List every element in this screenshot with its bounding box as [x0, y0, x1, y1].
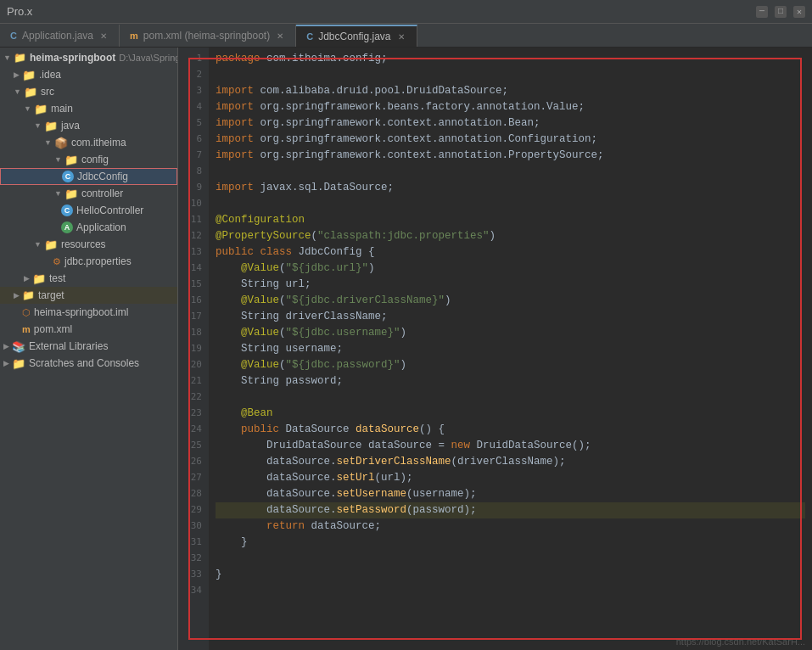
sidebar-item-test[interactable]: ▶ 📁 test: [0, 270, 177, 287]
token: DruidDataSource dataSource =: [216, 438, 451, 454]
token: Bean: [508, 115, 534, 132]
sidebar-item-idea[interactable]: ▶ 📁 .idea: [0, 66, 177, 83]
sidebar-item-application[interactable]: A Application: [0, 219, 177, 236]
token: class: [260, 244, 293, 261]
token: dataSource.: [216, 502, 337, 518]
controller-folder-icon: 📁: [64, 188, 78, 200]
line-number-33: 33: [178, 567, 202, 583]
line-number-23: 23: [178, 406, 202, 422]
token: String url;: [216, 277, 311, 293]
sidebar-project-path: D:\Java\Spring: [119, 53, 178, 63]
token: import: [216, 132, 254, 148]
sidebar-item-target[interactable]: ▶ 📁 target: [0, 287, 177, 304]
line-number-34: 34: [178, 583, 202, 599]
sidebar-item-com-itheima[interactable]: ▼ 📦 com.itheima: [0, 134, 177, 151]
collapse-icon: ▼: [3, 53, 11, 62]
expand-ext-icon: ▶: [3, 342, 9, 350]
sidebar-item-jdbc-properties[interactable]: ⚙ jdbc.properties: [0, 253, 177, 270]
token: (: [279, 325, 286, 341]
line-number-21: 21: [178, 373, 202, 389]
code-content[interactable]: package com.itheima.config; import com.a…: [209, 48, 812, 650]
tab-application-java-close[interactable]: ✕: [98, 31, 109, 42]
tab-application-java[interactable]: C Application.java ✕: [0, 25, 120, 47]
expand-src-icon: ▼: [14, 87, 21, 96]
maximize-button[interactable]: □: [775, 6, 787, 18]
code-line-7: import org.springframework.context.annot…: [216, 148, 805, 164]
code-line-3: import com.alibaba.druid.pool.DruidDataS…: [216, 83, 805, 99]
sidebar-item-config[interactable]: ▼ 📁 config: [0, 151, 177, 168]
tab-jdbcconfig-java[interactable]: C JdbcConfig.java ✕: [296, 25, 417, 47]
sidebar-item-scratches[interactable]: ▶ 📁 Scratches and Consoles: [0, 355, 177, 372]
token: [216, 422, 241, 438]
folder-icon: 📁: [22, 69, 36, 81]
line-number-22: 22: [178, 389, 202, 406]
code-line-5: import org.springframework.context.annot…: [216, 115, 805, 132]
sidebar-target-label: target: [38, 289, 64, 301]
properties-file-icon: ⚙: [53, 256, 61, 267]
line-number-24: 24: [178, 422, 202, 438]
token: "${jdbc.driverClassName}": [286, 293, 445, 309]
code-line-14: @Value("${jdbc.url}"): [216, 261, 805, 277]
token: Value: [546, 99, 579, 115]
sidebar-item-controller[interactable]: ▼ 📁 controller: [0, 185, 177, 202]
xml-file-icon: m: [130, 31, 138, 41]
minimize-button[interactable]: ─: [756, 6, 768, 18]
sidebar-iml-label: heima-springboot.iml: [34, 306, 128, 318]
sidebar-item-main[interactable]: ▼ 📁 main: [0, 100, 177, 117]
sidebar-item-external-libraries[interactable]: ▶ 📚 External Libraries: [0, 338, 177, 355]
token: "${jdbc.url}": [286, 261, 369, 277]
line-number-12: 12: [178, 228, 202, 244]
sidebar-item-jdbcconfig[interactable]: C JdbcConfig: [0, 168, 177, 185]
token: import: [216, 148, 254, 164]
code-line-11: @Configuration: [216, 212, 805, 228]
sidebar-hellocontroller-label: HelloController: [76, 205, 143, 216]
code-line-32: [216, 551, 805, 567]
project-folder-icon: 📁: [14, 52, 26, 64]
token: [254, 244, 260, 261]
sidebar-item-resources[interactable]: ▼ 📁 resources: [0, 236, 177, 253]
sidebar-item-pom[interactable]: m pom.xml: [0, 321, 177, 338]
code-line-28: dataSource.setUsername(username);: [216, 486, 805, 502]
expand-controller-icon: ▼: [54, 189, 62, 198]
sidebar-item-java[interactable]: ▼ 📁 java: [0, 117, 177, 134]
java-file-icon: C: [10, 31, 17, 41]
sidebar-project-name: heima-springboot: [30, 52, 115, 64]
pom-file-icon: m: [22, 324, 31, 334]
sidebar-item-iml[interactable]: ⬡ heima-springboot.iml: [0, 304, 177, 321]
close-button[interactable]: ✕: [793, 6, 805, 18]
sidebar-item-src[interactable]: ▼ 📁 src: [0, 83, 177, 100]
line-number-8: 8: [178, 164, 202, 180]
code-line-34: [216, 583, 805, 599]
test-folder-icon: 📁: [32, 272, 46, 285]
expand-config-icon: ▼: [54, 155, 62, 164]
sidebar-com-itheima-label: com.itheima: [71, 137, 126, 148]
expand-target-icon: ▶: [14, 291, 20, 300]
tab-jdbcconfig-java-close[interactable]: ✕: [396, 31, 406, 42]
tab-bar: C Application.java ✕ m pom.xml (heima-sp…: [0, 24, 812, 48]
java-active-file-icon: C: [306, 31, 313, 42]
code-line-19: String username;: [216, 341, 805, 357]
token: org.springframework.beans.factory.annota…: [254, 99, 546, 115]
code-line-17: String driverClassName;: [216, 309, 805, 325]
code-line-31: }: [216, 535, 805, 551]
line-number-14: 14: [178, 261, 202, 277]
token: [216, 518, 266, 535]
sidebar-item-hellocontroller[interactable]: C HelloController: [0, 202, 177, 219]
config-folder-icon: 📁: [64, 154, 78, 166]
tab-pom-xml-close[interactable]: ✕: [275, 31, 285, 42]
expand-icon: ▶: [14, 70, 20, 79]
code-line-4: import org.springframework.beans.factory…: [216, 99, 805, 115]
code-line-6: import org.springframework.context.annot…: [216, 132, 805, 148]
main-layout: ▼ 📁 heima-springboot D:\Java\Spring ▶ 📁 …: [0, 48, 812, 650]
line-number-11: 11: [178, 212, 202, 228]
hellocontroller-icon: C: [61, 205, 73, 216]
src-folder-icon: 📁: [24, 86, 37, 98]
code-line-25: DruidDataSource dataSource = new DruidDa…: [216, 438, 805, 454]
tab-pom-xml[interactable]: m pom.xml (heima-springboot) ✕: [120, 25, 296, 47]
sidebar-project-root[interactable]: ▼ 📁 heima-springboot D:\Java\Spring: [0, 49, 177, 66]
token: org.springframework.context.annotation.: [254, 115, 508, 132]
main-folder-icon: 📁: [34, 103, 48, 115]
token: public: [216, 244, 254, 261]
line-number-28: 28: [178, 486, 202, 502]
code-line-8: [216, 164, 805, 180]
